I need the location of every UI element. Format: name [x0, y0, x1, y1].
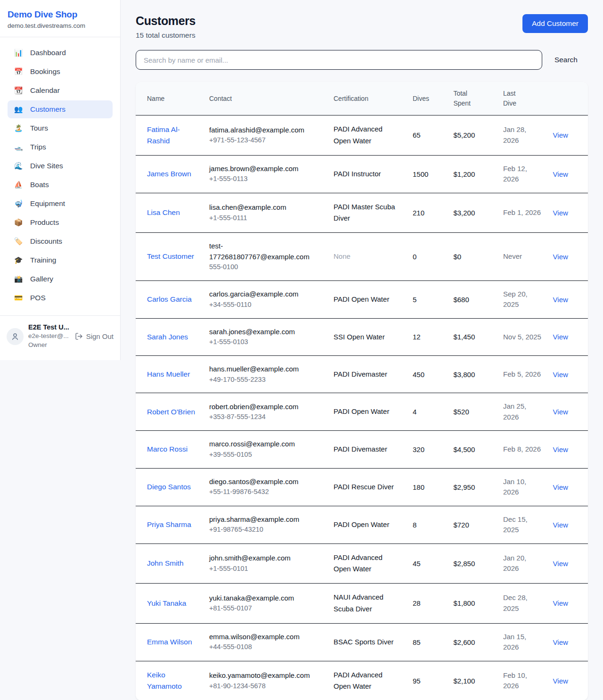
- table-row: Hans Mueller hans.mueller@example.com +4…: [136, 356, 588, 393]
- customer-email: marco.rossi@example.com: [209, 439, 322, 450]
- customer-name-link[interactable]: Marco Rossi: [147, 445, 187, 453]
- customer-certification: PADI Open Water: [328, 280, 407, 318]
- customer-email: priya.sharma@example.com: [209, 514, 322, 525]
- search-input[interactable]: [136, 50, 542, 70]
- shop-name: Demo Dive Shop: [8, 9, 113, 20]
- view-link[interactable]: View: [553, 170, 568, 178]
- table-row: Emma Wilson emma.wilson@example.com +44-…: [136, 623, 588, 661]
- view-link[interactable]: View: [553, 638, 568, 646]
- wave-icon: 🌊: [13, 162, 24, 170]
- customer-certification: None: [328, 233, 407, 281]
- sidebar-item-label: Tours: [30, 124, 48, 132]
- customer-last-dive: Never: [497, 233, 547, 281]
- sign-out-button[interactable]: Sign Out: [75, 332, 114, 340]
- view-link[interactable]: View: [553, 599, 568, 607]
- customer-certification: SSI Open Water: [328, 318, 407, 355]
- view-link[interactable]: View: [553, 560, 568, 568]
- customer-last-dive: Sep 20, 2025: [497, 280, 547, 318]
- sidebar-item-label: Dive Sites: [30, 162, 63, 170]
- customer-name-link[interactable]: Emma Wilson: [147, 638, 192, 646]
- table-row: Carlos Garcia carlos.garcia@example.com …: [136, 280, 588, 318]
- view-link[interactable]: View: [553, 371, 568, 379]
- sidebar-item-label: Products: [30, 218, 59, 227]
- customer-certification: PADI Advanced Open Water: [328, 661, 407, 700]
- view-link[interactable]: View: [553, 445, 568, 453]
- package-icon: 📦: [13, 218, 24, 227]
- column-header-total-spent: Total Spent: [448, 82, 497, 115]
- customer-phone: +39-555-0105: [209, 450, 322, 460]
- customer-last-dive: Jan 20, 2026: [497, 544, 547, 584]
- customer-name-link[interactable]: James Brown: [147, 170, 191, 178]
- customer-phone: +1-555-0101: [209, 564, 322, 574]
- sidebar-item-calendar[interactable]: 📆 Calendar: [8, 82, 113, 99]
- view-link[interactable]: View: [553, 677, 568, 685]
- customer-dives: 28: [407, 584, 448, 624]
- search-button[interactable]: Search: [542, 56, 588, 64]
- customer-name-link[interactable]: Priya Sharma: [147, 520, 191, 528]
- sidebar-item-label: POS: [30, 294, 46, 302]
- customer-phone: 555-0100: [209, 262, 322, 272]
- customer-name-link[interactable]: Keiko Yamamoto: [147, 671, 182, 690]
- customer-name-link[interactable]: Fatima Al-Rashid: [147, 125, 180, 145]
- sidebar-item-tours[interactable]: 🏝️ Tours: [8, 119, 113, 137]
- sidebar-item-customers[interactable]: 👥 Customers: [8, 100, 113, 118]
- table-header-row: Name Contact Certification Dives Total S…: [136, 82, 588, 115]
- customer-phone: +1-555-0113: [209, 174, 322, 184]
- customer-total-spent: $2,100: [448, 661, 497, 700]
- user-info: E2E Test U... e2e-tester@... Owner: [28, 323, 69, 350]
- add-customer-button[interactable]: Add Customer: [522, 14, 588, 33]
- customers-table: Name Contact Certification Dives Total S…: [136, 82, 588, 700]
- sidebar-item-training[interactable]: 🎓 Training: [8, 251, 113, 269]
- customer-dives: 5: [407, 280, 448, 318]
- sidebar: Demo Dive Shop demo.test.divestreams.com…: [0, 0, 121, 360]
- customer-total-spent: $2,600: [448, 623, 497, 661]
- table-row: Lisa Chen lisa.chen@example.com +1-555-0…: [136, 193, 588, 233]
- view-link[interactable]: View: [553, 333, 568, 341]
- view-link[interactable]: View: [553, 131, 568, 139]
- sidebar-item-dive-sites[interactable]: 🌊 Dive Sites: [8, 157, 113, 175]
- customer-phone: +91-98765-43210: [209, 525, 322, 535]
- customer-name-link[interactable]: Yuki Tanaka: [147, 599, 186, 607]
- view-link[interactable]: View: [553, 296, 568, 304]
- sidebar-item-bookings[interactable]: 📅 Bookings: [8, 63, 113, 81]
- column-header-certification: Certification: [328, 82, 407, 115]
- sidebar-item-equipment[interactable]: 🤿 Equipment: [8, 195, 113, 213]
- sidebar-item-boats[interactable]: ⛵ Boats: [8, 176, 113, 194]
- sidebar-item-products[interactable]: 📦 Products: [8, 214, 113, 231]
- calendar-icon: 📆: [13, 86, 24, 95]
- customer-name-link[interactable]: Hans Mueller: [147, 370, 190, 378]
- sidebar-item-discounts[interactable]: 🏷️ Discounts: [8, 232, 113, 250]
- customer-email: sarah.jones@example.com: [209, 327, 322, 338]
- sidebar-item-gallery[interactable]: 📸 Gallery: [8, 270, 113, 288]
- customer-name-link[interactable]: Sarah Jones: [147, 333, 188, 341]
- sign-out-label: Sign Out: [86, 332, 114, 340]
- customer-last-dive: Dec 15, 2025: [497, 506, 547, 544]
- view-link[interactable]: View: [553, 521, 568, 529]
- sidebar-item-dashboard[interactable]: 📊 Dashboard: [8, 44, 113, 62]
- column-header-contact: Contact: [204, 82, 328, 115]
- sidebar-item-pos[interactable]: 💳 POS: [8, 289, 113, 307]
- customer-name-link[interactable]: John Smith: [147, 559, 184, 567]
- view-link[interactable]: View: [553, 209, 568, 217]
- customer-name-link[interactable]: Diego Santos: [147, 483, 191, 491]
- sign-out-icon: [75, 332, 83, 340]
- table-row: Test Customer test-1772681807767@example…: [136, 233, 588, 281]
- view-link[interactable]: View: [553, 483, 568, 491]
- sidebar-user-footer: E2E Test U... e2e-tester@... Owner Sign …: [0, 315, 120, 360]
- customer-name-link[interactable]: Test Customer: [147, 252, 194, 260]
- shop-domain: demo.test.divestreams.com: [8, 22, 113, 29]
- view-link[interactable]: View: [553, 253, 568, 261]
- customer-last-dive: Dec 28, 2025: [497, 584, 547, 624]
- customer-name-link[interactable]: Carlos Garcia: [147, 295, 192, 303]
- customer-certification: PADI Advanced Open Water: [328, 544, 407, 584]
- sidebar-item-label: Gallery: [30, 275, 53, 283]
- sidebar-item-trips[interactable]: 🛥️ Trips: [8, 138, 113, 156]
- customer-dives: 0: [407, 233, 448, 281]
- page-header: Customers 15 total customers Add Custome…: [136, 14, 588, 40]
- customer-name-link[interactable]: Lisa Chen: [147, 208, 180, 216]
- customer-name-link[interactable]: Robert O'Brien: [147, 408, 195, 416]
- column-header-name: Name: [136, 82, 204, 115]
- search-bar: Search: [136, 50, 588, 70]
- table-row: James Brown james.brown@example.com +1-5…: [136, 155, 588, 193]
- view-link[interactable]: View: [553, 408, 568, 416]
